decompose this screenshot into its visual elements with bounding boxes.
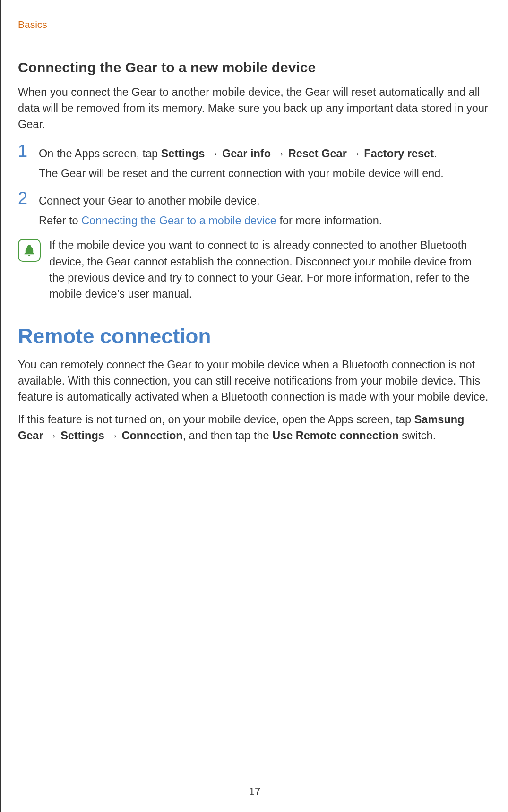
subheading-connecting: Connecting the Gear to a new mobile devi… [18, 60, 491, 76]
link-connecting-gear[interactable]: Connecting the Gear to a mobile device [81, 214, 276, 227]
section-title-remote: Remote connection [18, 325, 491, 348]
step-1-line2: The Gear will be reset and the current c… [39, 165, 491, 181]
step-2: 2 Connect your Gear to another mobile de… [18, 190, 491, 232]
step-1: 1 On the Apps screen, tap Settings → Gea… [18, 143, 491, 185]
step-1-number: 1 [18, 143, 32, 185]
note-text: If the mobile device you want to connect… [49, 237, 491, 301]
step-2-number: 2 [18, 190, 32, 232]
remote-para-1: You can remotely connect the Gear to you… [18, 357, 491, 405]
breadcrumb: Basics [18, 19, 491, 30]
intro-paragraph: When you connect the Gear to another mob… [18, 84, 491, 132]
step-2-line2: Refer to Connecting the Gear to a mobile… [39, 213, 491, 229]
remote-para-2: If this feature is not turned on, on you… [18, 411, 491, 444]
page-number: 17 [1, 786, 508, 798]
step-1-line1: On the Apps screen, tap Settings → Gear … [39, 145, 491, 162]
step-2-line1: Connect your Gear to another mobile devi… [39, 193, 491, 209]
bell-icon [18, 239, 41, 262]
note-box: If the mobile device you want to connect… [18, 237, 491, 301]
